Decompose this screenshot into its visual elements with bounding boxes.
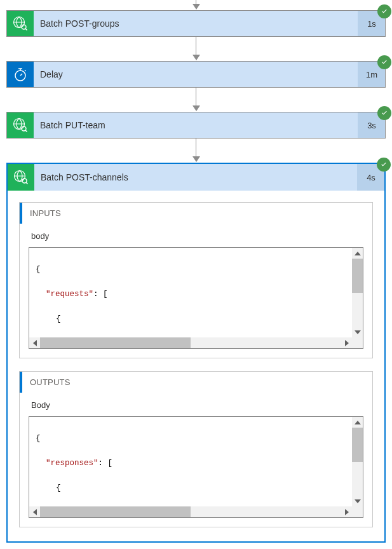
vertical-scrollbar[interactable] <box>352 417 363 506</box>
check-icon <box>380 161 388 168</box>
step-header[interactable]: Batch POST-channels 4s <box>8 164 384 191</box>
arrow-connector <box>0 88 392 112</box>
step-delay[interactable]: Delay 1m <box>6 61 386 88</box>
step-label: Delay <box>34 62 358 87</box>
delay-icon <box>7 62 34 87</box>
step-label: Batch POST-channels <box>34 164 358 191</box>
inputs-code: { "requests": [ { "id": 1, "url": "/team… <box>36 252 351 349</box>
outputs-heading: OUTPUTS <box>20 372 372 393</box>
step-batch-put-team[interactable]: Batch PUT-team 3s <box>6 112 386 139</box>
status-success-badge <box>377 158 391 172</box>
check-icon <box>381 109 388 117</box>
arrow-connector <box>0 0 392 10</box>
globe-search-icon <box>13 118 28 133</box>
step-batch-post-channels-expanded: Batch POST-channels 4s INPUTS body { "re… <box>6 163 386 543</box>
http-icon <box>7 11 34 36</box>
horizontal-scrollbar[interactable] <box>29 337 352 348</box>
outputs-panel: OUTPUTS Body { "responses": [ { "id": "1… <box>19 371 373 527</box>
status-success-badge <box>377 55 391 69</box>
globe-search-icon <box>13 16 28 31</box>
outputs-code: { "responses": [ { "id": "1", "status": … <box>36 421 351 518</box>
body-label: Body <box>31 400 361 410</box>
outputs-code-box[interactable]: { "responses": [ { "id": "1", "status": … <box>29 416 363 518</box>
globe-search-icon <box>13 170 29 185</box>
inputs-heading: INPUTS <box>20 203 372 224</box>
http-icon <box>7 112 34 138</box>
inputs-code-box[interactable]: { "requests": [ { "id": 1, "url": "/team… <box>29 247 363 349</box>
arrow-connector <box>0 139 392 163</box>
step-label: Batch PUT-team <box>34 112 358 138</box>
vertical-scrollbar[interactable] <box>352 248 363 337</box>
check-icon <box>381 58 388 66</box>
stopwatch-icon <box>13 67 28 82</box>
check-icon <box>381 8 388 15</box>
step-batch-post-groups[interactable]: Batch POST-groups 1s <box>6 10 386 37</box>
body-label: body <box>31 231 361 241</box>
status-success-badge <box>377 106 391 120</box>
status-success-badge <box>377 4 391 18</box>
horizontal-scrollbar[interactable] <box>29 506 352 517</box>
http-icon <box>8 164 34 191</box>
step-label: Batch POST-groups <box>34 11 358 36</box>
arrow-connector <box>0 37 392 61</box>
inputs-panel: INPUTS body { "requests": [ { "id": 1, "… <box>19 202 373 358</box>
